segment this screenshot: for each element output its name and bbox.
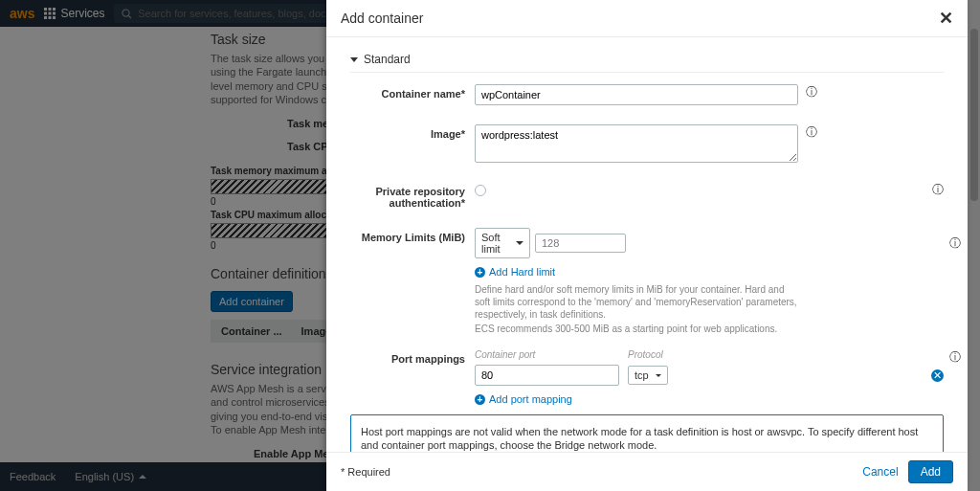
info-icon[interactable]: ⓘ <box>806 124 817 141</box>
protocol-col-label: Protocol <box>628 349 663 360</box>
memory-help-text-1: Define hard and/or soft memory limits in… <box>475 283 800 321</box>
memory-limits-label: Memory Limits (MiB) <box>350 228 475 243</box>
private-repo-toggle[interactable] <box>475 185 486 196</box>
add-port-mapping-link[interactable]: + Add port mapping <box>475 393 572 405</box>
memory-limits-row: Memory Limits (MiB) Soft limit ⓘ + Add H… <box>350 228 944 335</box>
image-input[interactable]: wordpress:latest <box>475 124 798 163</box>
standard-heading: Standard <box>364 53 411 66</box>
plus-icon: + <box>475 394 485 405</box>
modal-body: Standard Container name* ⓘ Image* wordpr… <box>326 37 968 452</box>
memory-help-text-2: ECS recommends 300-500 MiB as a starting… <box>475 323 777 335</box>
info-icon[interactable]: ⓘ <box>932 182 944 198</box>
plus-icon: + <box>475 267 485 278</box>
port-mappings-label: Port mappings <box>350 349 475 365</box>
container-name-label: Container name* <box>350 84 475 100</box>
info-icon[interactable]: ⓘ <box>949 349 961 366</box>
required-note: * Required <box>341 466 390 478</box>
private-repo-row: Private repository authentication* ⓘ <box>350 182 944 209</box>
image-row: Image* wordpress:latest ⓘ <box>350 124 944 163</box>
add-button[interactable]: Add <box>908 460 953 483</box>
modal-header: Add container ✕ <box>326 0 968 37</box>
standard-section-header[interactable]: Standard <box>350 47 944 73</box>
container-port-col-label: Container port <box>475 349 628 360</box>
info-icon[interactable]: ⓘ <box>806 84 817 100</box>
chevron-down-icon <box>516 241 523 245</box>
container-name-row: Container name* ⓘ <box>350 84 944 105</box>
add-container-modal: Add container ✕ Standard Container name*… <box>326 0 968 491</box>
modal-close-button[interactable]: ✕ <box>939 8 953 29</box>
add-hard-limit-link[interactable]: + Add Hard limit <box>475 266 555 278</box>
port-mappings-row: Port mappings Container port Protocol ⓘ … <box>350 349 944 405</box>
modal-title: Add container <box>341 11 423 26</box>
memory-type-select[interactable]: Soft limit <box>475 228 530 258</box>
chevron-down-icon <box>656 374 661 377</box>
caret-down-icon <box>350 57 358 62</box>
container-port-input[interactable] <box>475 365 619 386</box>
remove-port-button[interactable]: ✕ <box>931 369 944 382</box>
container-name-input[interactable] <box>475 84 798 105</box>
protocol-select[interactable]: tcp <box>628 366 668 385</box>
private-repo-label: Private repository authentication* <box>350 182 475 209</box>
info-icon[interactable]: ⓘ <box>949 235 961 252</box>
image-label: Image* <box>350 124 475 140</box>
memory-value-input[interactable] <box>535 234 626 253</box>
cancel-button[interactable]: Cancel <box>862 465 898 479</box>
port-info-box: Host port mappings are not valid when th… <box>350 414 944 452</box>
modal-footer: * Required Cancel Add <box>326 452 968 491</box>
